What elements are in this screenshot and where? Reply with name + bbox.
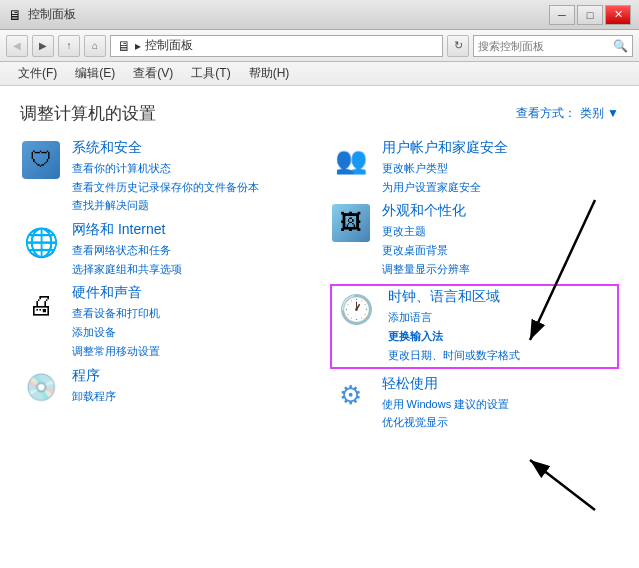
left-column: 系统和安全 查看你的计算机状态 查看文件历史记录保存你的文件备份本 查找并解决问… (20, 139, 310, 438)
hardware-link-1[interactable]: 添加设备 (72, 323, 310, 342)
clock-link-2[interactable]: 更改日期、时间或数字格式 (388, 346, 614, 365)
clock-link-1[interactable]: 更换输入法 (388, 327, 614, 346)
icon-programs-wrap (20, 367, 62, 409)
up-button[interactable]: ↑ (58, 35, 80, 57)
appearance-frame-icon (332, 204, 370, 242)
hardware-printer-icon (22, 286, 60, 324)
appearance-link-0[interactable]: 更改主题 (382, 222, 620, 241)
icon-hardware-wrap (20, 284, 62, 326)
user-people-icon (332, 141, 370, 179)
section-user: 用户帐户和家庭安全 更改帐户类型 为用户设置家庭安全 (330, 139, 620, 196)
maximize-button[interactable]: □ (577, 5, 603, 25)
menu-file[interactable]: 文件(F) (10, 64, 65, 84)
icon-ease-wrap (330, 375, 372, 417)
system-link-1[interactable]: 查看文件历史记录保存你的文件备份本 (72, 178, 310, 197)
title-bar-left: 🖥 控制面板 (8, 6, 76, 23)
search-icon[interactable]: 🔍 (613, 39, 628, 53)
search-input[interactable] (478, 40, 611, 52)
menu-edit[interactable]: 编辑(E) (67, 64, 123, 84)
system-title[interactable]: 系统和安全 (72, 139, 310, 157)
icon-clock-wrap (336, 288, 378, 330)
window-icon: 🖥 (8, 7, 22, 23)
right-column: 用户帐户和家庭安全 更改帐户类型 为用户设置家庭安全 外观和个性化 (330, 139, 620, 438)
ease-text: 轻松使用 使用 Windows 建议的设置 优化视觉显示 (382, 375, 620, 432)
menu-bar: 文件(F) 编辑(E) 查看(V) 工具(T) 帮助(H) (0, 62, 639, 86)
address-path: 控制面板 (145, 37, 193, 54)
appearance-link-2[interactable]: 调整量显示分辨率 (382, 260, 620, 279)
section-network: 网络和 Internet 查看网络状态和任务 选择家庭组和共享选项 (20, 221, 310, 278)
clock-links: 添加语言 更换输入法 更改日期、时间或数字格式 (388, 308, 614, 364)
title-bar: 🖥 控制面板 ─ □ ✕ (0, 0, 639, 30)
appearance-link-1[interactable]: 更改桌面背景 (382, 241, 620, 260)
title-controls: ─ □ ✕ (549, 5, 631, 25)
section-system: 系统和安全 查看你的计算机状态 查看文件历史记录保存你的文件备份本 查找并解决问… (20, 139, 310, 215)
forward-button[interactable]: ▶ (32, 35, 54, 57)
page-header: 调整计算机的设置 查看方式： 类别 ▼ (20, 102, 619, 125)
back-button[interactable]: ◀ (6, 35, 28, 57)
appearance-title[interactable]: 外观和个性化 (382, 202, 620, 220)
system-links: 查看你的计算机状态 查看文件历史记录保存你的文件备份本 查找并解决问题 (72, 159, 310, 215)
ease-gear-icon (332, 377, 370, 415)
programs-link-0[interactable]: 卸载程序 (72, 387, 310, 406)
hardware-text: 硬件和声音 查看设备和打印机 添加设备 调整常用移动设置 (72, 284, 310, 360)
system-shield-icon (22, 141, 60, 179)
icon-appearance-wrap (330, 202, 372, 244)
programs-text: 程序 卸载程序 (72, 367, 310, 406)
section-ease: 轻松使用 使用 Windows 建议的设置 优化视觉显示 (330, 375, 620, 432)
clock-icon (338, 290, 376, 328)
system-link-0[interactable]: 查看你的计算机状态 (72, 159, 310, 178)
system-text: 系统和安全 查看你的计算机状态 查看文件历史记录保存你的文件备份本 查找并解决问… (72, 139, 310, 215)
system-link-2[interactable]: 查找并解决问题 (72, 196, 310, 215)
minimize-button[interactable]: ─ (549, 5, 575, 25)
network-link-1[interactable]: 选择家庭组和共享选项 (72, 260, 310, 279)
programs-disc-icon (22, 369, 60, 407)
main-content: 调整计算机的设置 查看方式： 类别 ▼ 系统和安全 查看你的计算机状态 (0, 86, 639, 568)
ease-link-0[interactable]: 使用 Windows 建议的设置 (382, 395, 620, 414)
hardware-title[interactable]: 硬件和声音 (72, 284, 310, 302)
ease-links: 使用 Windows 建议的设置 优化视觉显示 (382, 395, 620, 432)
programs-links: 卸载程序 (72, 387, 310, 406)
user-text: 用户帐户和家庭安全 更改帐户类型 为用户设置家庭安全 (382, 139, 620, 196)
icon-network-wrap (20, 221, 62, 263)
section-hardware: 硬件和声音 查看设备和打印机 添加设备 调整常用移动设置 (20, 284, 310, 360)
user-title[interactable]: 用户帐户和家庭安全 (382, 139, 620, 157)
icon-system (20, 139, 62, 181)
hardware-link-2[interactable]: 调整常用移动设置 (72, 342, 310, 361)
section-programs: 程序 卸载程序 (20, 367, 310, 409)
ease-title[interactable]: 轻松使用 (382, 375, 620, 393)
address-box[interactable]: 🖥 ▸ 控制面板 (110, 35, 443, 57)
clock-title[interactable]: 时钟、语言和区域 (388, 288, 614, 306)
page-title: 调整计算机的设置 (20, 102, 156, 125)
network-globe-icon (22, 223, 60, 261)
ease-link-1[interactable]: 优化视觉显示 (382, 413, 620, 432)
window-title: 控制面板 (28, 6, 76, 23)
network-title[interactable]: 网络和 Internet (72, 221, 310, 239)
network-link-0[interactable]: 查看网络状态和任务 (72, 241, 310, 260)
user-link-0[interactable]: 更改帐户类型 (382, 159, 620, 178)
user-links: 更改帐户类型 为用户设置家庭安全 (382, 159, 620, 196)
view-mode[interactable]: 类别 ▼ (580, 105, 619, 122)
icon-user-wrap (330, 139, 372, 181)
user-link-1[interactable]: 为用户设置家庭安全 (382, 178, 620, 197)
address-bar: ◀ ▶ ↑ ⌂ 🖥 ▸ 控制面板 ↻ 🔍 (0, 30, 639, 62)
menu-help[interactable]: 帮助(H) (241, 64, 298, 84)
menu-tools[interactable]: 工具(T) (183, 64, 238, 84)
home-button[interactable]: ⌂ (84, 35, 106, 57)
network-links: 查看网络状态和任务 选择家庭组和共享选项 (72, 241, 310, 278)
search-box[interactable]: 🔍 (473, 35, 633, 57)
programs-title[interactable]: 程序 (72, 367, 310, 385)
view-label: 查看方式： (516, 105, 576, 122)
appearance-text: 外观和个性化 更改主题 更改桌面背景 调整量显示分辨率 (382, 202, 620, 278)
hardware-link-0[interactable]: 查看设备和打印机 (72, 304, 310, 323)
section-clock: 时钟、语言和区域 添加语言 更换输入法 更改日期、时间或数字格式 (330, 284, 620, 368)
section-appearance: 外观和个性化 更改主题 更改桌面背景 调整量显示分辨率 (330, 202, 620, 278)
view-selector: 查看方式： 类别 ▼ (516, 105, 619, 122)
close-button[interactable]: ✕ (605, 5, 631, 25)
address-separator: ▸ (135, 39, 141, 53)
network-text: 网络和 Internet 查看网络状态和任务 选择家庭组和共享选项 (72, 221, 310, 278)
clock-link-0[interactable]: 添加语言 (388, 308, 614, 327)
menu-view[interactable]: 查看(V) (125, 64, 181, 84)
hardware-links: 查看设备和打印机 添加设备 调整常用移动设置 (72, 304, 310, 360)
appearance-links: 更改主题 更改桌面背景 调整量显示分辨率 (382, 222, 620, 278)
refresh-button[interactable]: ↻ (447, 35, 469, 57)
